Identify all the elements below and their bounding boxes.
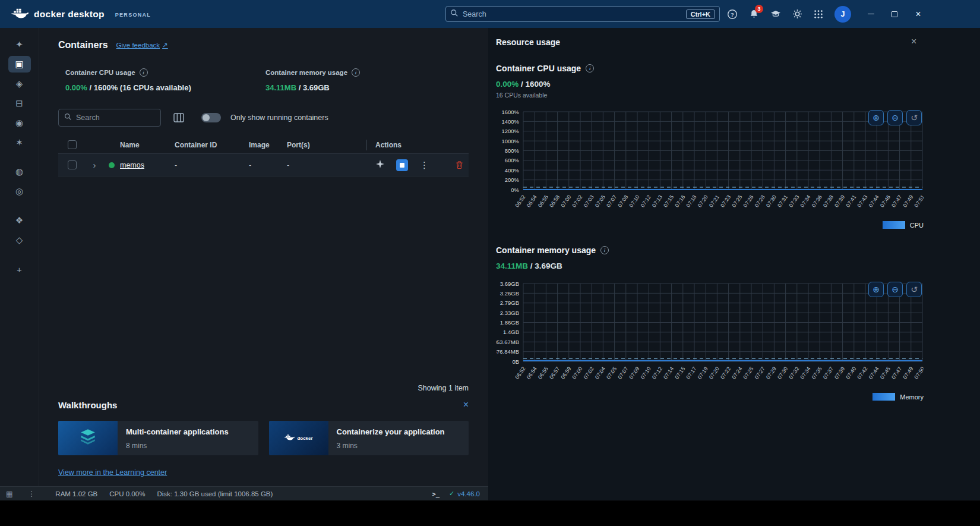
cpu-legend: CPU: [496, 221, 924, 229]
statusbar-grid-icon[interactable]: ▦: [6, 490, 12, 498]
topbar: docker desktop PERSONAL Ctrl+K ? 3: [0, 0, 980, 28]
sidebar-item-docker-scout[interactable]: ◎: [8, 183, 31, 200]
info-icon[interactable]: i: [600, 246, 609, 254]
learning-center-icon[interactable]: [770, 9, 781, 20]
status-bar: ▦ ⋮ RAM 1.02 GB CPU 0.00% Disk: 1.30 GB …: [0, 486, 488, 500]
svg-text:07:22: 07:22: [719, 366, 732, 380]
notifications-bell-icon[interactable]: 3: [749, 9, 759, 19]
zoom-reset-icon[interactable]: ↺: [906, 282, 922, 297]
sidebar-item-models[interactable]: ✶: [8, 134, 31, 151]
stop-button[interactable]: [396, 159, 408, 171]
svg-text:07:46: 07:46: [879, 194, 892, 208]
svg-text:07:37: 07:37: [822, 366, 834, 380]
svg-text:07:36: 07:36: [811, 194, 823, 208]
help-icon[interactable]: ?: [727, 9, 738, 20]
container-actions-sparkle-icon[interactable]: [376, 160, 384, 170]
svg-text:07:38: 07:38: [822, 194, 834, 208]
delete-trash-icon[interactable]: [455, 160, 464, 169]
learning-center-link[interactable]: View more in the Learning center: [58, 468, 469, 486]
info-icon[interactable]: i: [586, 64, 594, 73]
card-thumbnail: [58, 421, 118, 455]
sidebar-item-dev-environments[interactable]: ◇: [8, 232, 31, 248]
terminal-icon[interactable]: >_: [432, 490, 440, 497]
memory-legend-swatch: [872, 393, 895, 401]
running-only-toggle[interactable]: [201, 113, 221, 122]
version-indicator[interactable]: ✓ v4.46.0: [449, 490, 480, 497]
sidebar-item-docker-hub[interactable]: ◍: [8, 163, 31, 180]
select-all-checkbox[interactable]: [68, 140, 77, 149]
svg-text:07:43: 07:43: [856, 194, 869, 208]
search-input[interactable]: [463, 10, 682, 18]
svg-text:3.26GB: 3.26GB: [500, 290, 519, 297]
cpu-usage: CPU 0.00%: [109, 490, 145, 497]
table-row[interactable]: › memos - - - ⋮: [58, 154, 469, 177]
expand-chevron-icon[interactable]: ›: [86, 160, 103, 170]
svg-text:0%: 0%: [511, 187, 519, 193]
docker-hub-icon: ◍: [15, 166, 23, 177]
sidebar-item-builds[interactable]: ◉: [8, 115, 31, 131]
maximize-button[interactable]: [883, 0, 906, 28]
zoom-reset-icon[interactable]: ↺: [906, 110, 922, 125]
apps-grid-icon[interactable]: [814, 10, 823, 19]
zoom-in-icon[interactable]: ⊕: [868, 110, 884, 125]
walkthroughs-close-icon[interactable]: ×: [463, 399, 469, 410]
panel-close-icon[interactable]: ×: [911, 36, 916, 47]
svg-text:07:02: 07:02: [571, 194, 584, 208]
zoom-out-icon[interactable]: ⊖: [887, 110, 903, 125]
give-feedback-link[interactable]: Give feedback ↗: [116, 41, 168, 49]
global-search[interactable]: Ctrl+K: [445, 6, 720, 22]
walkthrough-card-multi-container[interactable]: Multi-container applications 8 mins: [58, 421, 258, 455]
info-icon[interactable]: i: [140, 68, 148, 77]
docker-desktop-window: docker desktop PERSONAL Ctrl+K ? 3: [0, 0, 980, 500]
sidebar-item-volumes[interactable]: ⊟: [8, 95, 31, 112]
svg-text:07:23: 07:23: [719, 194, 732, 208]
col-name: Name: [120, 141, 175, 149]
minimize-button[interactable]: [859, 0, 883, 28]
docker-whale-icon: [284, 433, 295, 443]
svg-text:07:25: 07:25: [742, 366, 755, 380]
svg-text:07:12: 07:12: [651, 366, 663, 380]
avatar[interactable]: J: [834, 6, 851, 23]
memory-chart-title: Container memory usage: [496, 245, 596, 255]
svg-text:07:27: 07:27: [754, 366, 766, 380]
sidebar-item-images[interactable]: ◈: [8, 75, 31, 92]
sidebar-item-ask-gordon[interactable]: ✦: [8, 36, 31, 53]
svg-text:07:47: 07:47: [890, 366, 903, 380]
container-search[interactable]: [58, 109, 161, 127]
svg-text:3.69GB: 3.69GB: [500, 281, 519, 287]
svg-text:07:44: 07:44: [868, 366, 880, 380]
col-container-id: Container ID: [175, 141, 249, 149]
column-settings-icon[interactable]: [170, 109, 187, 126]
info-icon[interactable]: i: [352, 68, 360, 77]
svg-text:07:44: 07:44: [868, 194, 880, 208]
svg-text:07:49: 07:49: [902, 366, 914, 380]
col-ports: Port(s): [287, 141, 366, 149]
check-icon: ✓: [449, 490, 454, 497]
container-name-link[interactable]: memos: [120, 161, 175, 169]
window-controls: ×: [859, 0, 930, 28]
statusbar-kebab-icon[interactable]: ⋮: [28, 490, 35, 498]
search-icon: [64, 112, 72, 123]
svg-text:06:54: 06:54: [526, 194, 538, 208]
zoom-in-icon[interactable]: ⊕: [868, 282, 884, 297]
memory-usage-value: 34.11MB: [265, 83, 296, 92]
sidebar-item-extensions[interactable]: ❖: [8, 212, 31, 229]
svg-text:07:33: 07:33: [788, 194, 800, 208]
more-actions-icon[interactable]: ⋮: [420, 160, 429, 171]
zoom-out-icon[interactable]: ⊖: [887, 282, 903, 297]
svg-text:07:00: 07:00: [571, 366, 584, 380]
sidebar-item-add-extension[interactable]: +: [8, 261, 31, 278]
svg-text:06:52: 06:52: [514, 194, 527, 208]
svg-text:07:07: 07:07: [617, 366, 629, 380]
dev-environments-icon: ◇: [16, 235, 23, 245]
svg-text:07:32: 07:32: [788, 366, 800, 380]
svg-text:07:20: 07:20: [708, 366, 720, 380]
walkthroughs-title: Walkthroughs: [58, 400, 117, 410]
row-checkbox[interactable]: [68, 160, 77, 169]
container-search-input[interactable]: [76, 114, 155, 122]
svg-text:07:34: 07:34: [799, 194, 812, 208]
settings-gear-icon[interactable]: [792, 9, 802, 19]
close-button[interactable]: ×: [906, 0, 930, 28]
walkthrough-card-containerize[interactable]: docker Containerize your application 3 m…: [269, 421, 469, 455]
sidebar-item-containers[interactable]: ▣: [8, 56, 31, 73]
